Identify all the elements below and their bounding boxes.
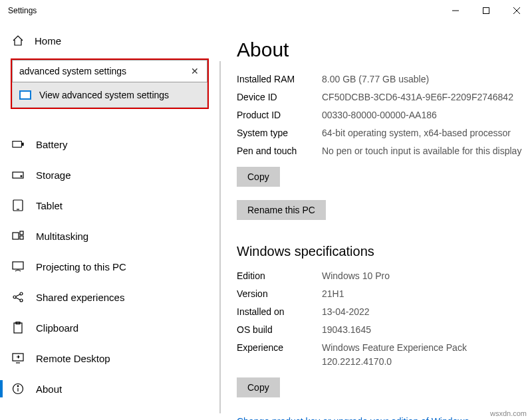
spec-label: Edition (237, 269, 322, 283)
home-nav[interactable]: Home (0, 28, 219, 53)
spec-row: System type64-bit operating system, x64-… (237, 124, 527, 142)
spec-row: Pen and touchNo pen or touch input is av… (237, 142, 527, 160)
nav-label: Shared experiences (36, 292, 124, 303)
nav-list: Battery Storage Tablet Multitasking Proj… (0, 129, 219, 420)
spec-row: ExperienceWindows Feature Experience Pac… (237, 339, 527, 371)
home-label: Home (35, 35, 61, 47)
spec-row: Installed on13-04-2022 (237, 303, 527, 321)
svg-rect-6 (13, 172, 23, 178)
spec-label: Version (237, 287, 322, 301)
svg-rect-19 (14, 323, 22, 333)
suggestion-label: View advanced system settings (39, 90, 169, 100)
spec-label: System type (237, 126, 322, 140)
shared-icon (12, 291, 24, 303)
tablet-icon (12, 199, 24, 211)
storage-icon (12, 169, 24, 181)
sidebar-item-battery[interactable]: Battery (0, 129, 219, 159)
spec-label: Device ID (237, 90, 322, 104)
svg-rect-10 (13, 233, 19, 239)
search-input[interactable] (19, 66, 188, 76)
spec-value: CF50DCBB-3CD6-431A-9E6F-2209F2746842 (322, 90, 527, 104)
svg-rect-13 (13, 262, 23, 269)
remote-icon (12, 352, 24, 364)
sidebar-item-remote[interactable]: Remote Desktop (0, 343, 219, 373)
about-icon (12, 383, 24, 395)
minimize-button[interactable] (440, 0, 471, 21)
search-box[interactable]: ✕ (12, 60, 207, 82)
spec-label: Pen and touch (237, 144, 322, 158)
winspec-heading: Windows specifications (237, 244, 527, 259)
spec-row: Version21H1 (237, 285, 527, 303)
copy-button[interactable]: Copy (237, 167, 280, 187)
watermark: wsxdn.com (490, 409, 527, 417)
spec-label: Product ID (237, 108, 322, 122)
svg-point-25 (17, 385, 19, 387)
nav-label: Clipboard (36, 322, 78, 334)
spec-row: EditionWindows 10 Pro (237, 267, 527, 285)
projecting-icon (12, 261, 24, 272)
spec-value: Windows Feature Experience Pack 120.2212… (322, 341, 527, 369)
system-icon (19, 90, 31, 100)
svg-point-15 (20, 292, 23, 295)
svg-rect-5 (22, 143, 23, 146)
spec-value: 64-bit operating system, x64-based proce… (322, 126, 527, 140)
nav-label: Battery (36, 139, 68, 150)
svg-point-7 (21, 175, 22, 177)
svg-rect-4 (13, 142, 22, 148)
sidebar-item-clipboard[interactable]: Clipboard (0, 312, 219, 343)
sidebar-item-shared[interactable]: Shared experiences (0, 282, 219, 312)
battery-icon (12, 138, 24, 150)
copy-button-2[interactable]: Copy (237, 377, 280, 397)
nav-label: About (36, 383, 62, 395)
spec-label: OS build (237, 323, 322, 337)
titlebar: Settings (0, 0, 532, 21)
spec-value: 21H1 (322, 287, 527, 301)
page-title: About (237, 39, 527, 61)
search-highlight: ✕ View advanced system settings (11, 58, 209, 109)
sidebar-item-tablet[interactable]: Tablet (0, 190, 219, 221)
spec-row: Product ID00330-80000-00000-AA186 (237, 106, 527, 124)
spec-row: Device IDCF50DCBB-3CD6-431A-9E6F-2209F27… (237, 88, 527, 106)
svg-point-16 (20, 299, 23, 302)
close-button[interactable] (501, 0, 532, 21)
sidebar-item-storage[interactable]: Storage (0, 159, 219, 190)
nav-label: Tablet (36, 200, 63, 211)
window-title: Settings (8, 6, 37, 15)
sidebar-item-multitasking[interactable]: Multitasking (0, 221, 219, 251)
clipboard-icon (12, 322, 24, 334)
change-product-key-link[interactable]: Change product key or upgrade your editi… (237, 416, 527, 420)
spec-value: 13-04-2022 (322, 305, 527, 319)
nav-label: Storage (36, 169, 71, 181)
spec-label: Installed on (237, 305, 322, 319)
spec-value: 19043.1645 (322, 323, 527, 337)
maximize-button[interactable] (471, 0, 501, 21)
spec-value: No pen or touch input is available for t… (322, 144, 527, 158)
sidebar-item-about[interactable]: About (0, 373, 219, 404)
spec-row: Installed RAM8.00 GB (7.77 GB usable) (237, 70, 527, 88)
search-suggestion[interactable]: View advanced system settings (12, 82, 207, 108)
spec-label: Experience (237, 341, 322, 369)
rename-pc-button[interactable]: Rename this PC (237, 200, 326, 220)
spec-value: 8.00 GB (7.77 GB usable) (322, 72, 527, 86)
svg-line-18 (16, 298, 20, 300)
svg-point-14 (13, 296, 16, 298)
svg-line-17 (16, 294, 20, 296)
home-icon (12, 35, 24, 47)
nav-label: Projecting to this PC (36, 261, 126, 272)
spec-label: Installed RAM (237, 72, 322, 86)
sidebar-item-projecting[interactable]: Projecting to this PC (0, 251, 219, 282)
nav-label: Remote Desktop (36, 353, 110, 364)
spec-value: Windows 10 Pro (322, 269, 527, 283)
svg-rect-1 (483, 8, 489, 14)
main-content: About Installed RAM8.00 GB (7.77 GB usab… (221, 21, 532, 420)
multitasking-icon (12, 230, 24, 242)
clear-icon[interactable]: ✕ (188, 66, 201, 76)
svg-rect-11 (20, 231, 23, 235)
window-controls (440, 0, 532, 21)
spec-row: OS build19043.1645 (237, 321, 527, 339)
nav-label: Multitasking (36, 231, 88, 242)
sidebar: Home ✕ View advanced system settings Bat… (0, 21, 219, 420)
svg-rect-12 (20, 236, 23, 239)
spec-value: 00330-80000-00000-AA186 (322, 108, 527, 122)
